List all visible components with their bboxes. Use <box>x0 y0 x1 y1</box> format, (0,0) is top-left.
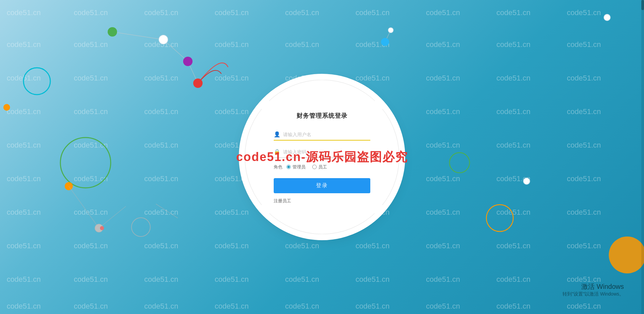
watermark-item: code51.cn <box>496 74 531 83</box>
svg-line-1 <box>163 40 188 61</box>
watermark-item: code51.cn <box>215 107 249 116</box>
watermark-item: code51.cn <box>144 208 178 217</box>
svg-point-3 <box>108 27 117 37</box>
svg-point-19 <box>131 218 150 237</box>
watermark-item: code51.cn <box>215 242 249 250</box>
watermark-item: code51.cn <box>215 208 249 217</box>
svg-point-5 <box>183 57 193 66</box>
watermark-item: code51.cn <box>74 40 108 49</box>
watermark-item: code51.cn <box>7 275 41 284</box>
watermark-item: code51.cn <box>215 74 249 83</box>
watermark-item: code51.cn <box>496 107 531 116</box>
svg-point-18 <box>95 224 103 232</box>
watermark-item: code51.cn <box>356 275 390 284</box>
watermark-item: code51.cn <box>567 74 601 83</box>
login-title: 财务管理系统登录 <box>274 112 370 120</box>
login-container: 财务管理系统登录 👤 🔒 角色 管理员 <box>245 80 399 234</box>
watermark-item: code51.cn <box>7 141 41 150</box>
watermark-item: code51.cn <box>144 302 178 311</box>
watermark-item: code51.cn <box>426 302 460 311</box>
watermark-item: code51.cn <box>567 174 601 183</box>
watermark-item: code51.cn <box>7 242 41 250</box>
windows-activation: 激活 Windows 转到"设置"以激活 Windows。 <box>562 282 624 297</box>
watermark-item: code51.cn <box>426 208 460 217</box>
watermark-item: code51.cn <box>215 302 249 311</box>
watermark-item: code51.cn <box>496 208 531 217</box>
watermark-item: code51.cn <box>144 174 178 183</box>
watermark-item: code51.cn <box>215 8 249 17</box>
watermark-item: code51.cn <box>74 302 108 311</box>
watermark-item: code51.cn <box>285 302 319 311</box>
watermark-item: code51.cn <box>426 74 460 83</box>
username-input[interactable] <box>283 129 370 140</box>
watermark-item: code51.cn <box>74 8 108 17</box>
svg-line-7 <box>385 30 391 42</box>
watermark-item: code51.cn <box>215 275 249 284</box>
username-group: 👤 <box>274 129 370 141</box>
watermark-item: code51.cn <box>7 174 41 183</box>
role-options: 管理员 员工 <box>286 164 327 170</box>
svg-point-10 <box>604 14 610 21</box>
role-staff-radio[interactable] <box>312 165 317 169</box>
svg-point-6 <box>193 78 203 88</box>
password-group: 🔒 <box>274 147 370 158</box>
watermark-item: code51.cn <box>567 208 601 217</box>
svg-point-14 <box>65 182 73 190</box>
svg-point-12 <box>3 104 10 111</box>
role-admin-radio[interactable] <box>286 165 291 169</box>
scrollbar-thumb[interactable] <box>641 0 644 10</box>
role-admin[interactable]: 管理员 <box>286 164 306 170</box>
watermark-item: code51.cn <box>74 242 108 250</box>
register-link[interactable]: 注册员工 <box>274 198 370 204</box>
watermark-item: code51.cn <box>74 174 108 183</box>
svg-point-4 <box>159 35 168 44</box>
svg-point-11 <box>23 68 50 95</box>
svg-line-15 <box>69 186 99 228</box>
svg-point-20 <box>100 226 104 230</box>
password-input[interactable] <box>283 147 370 157</box>
role-staff-label: 员工 <box>318 164 327 170</box>
watermark-item: code51.cn <box>144 141 178 150</box>
watermark-item: code51.cn <box>356 40 390 49</box>
watermark-item: code51.cn <box>7 107 41 116</box>
watermark-item: code51.cn <box>74 275 108 284</box>
watermark-item: code51.cn <box>567 275 601 284</box>
svg-point-23 <box>486 205 513 231</box>
login-card: 财务管理系统登录 👤 🔒 角色 管理员 <box>262 101 382 213</box>
watermark-item: code51.cn <box>496 8 531 17</box>
watermark-item: code51.cn <box>426 174 460 183</box>
watermark-item: code51.cn <box>496 242 531 250</box>
watermark-item: code51.cn <box>567 107 601 116</box>
role-admin-label: 管理员 <box>292 164 306 170</box>
svg-point-8 <box>381 38 389 46</box>
watermark-item: code51.cn <box>426 141 460 150</box>
scrollbar[interactable] <box>641 0 644 314</box>
svg-point-9 <box>388 28 393 33</box>
watermark-item: code51.cn <box>215 40 249 49</box>
svg-line-0 <box>112 32 163 40</box>
watermark-item: code51.cn <box>285 40 319 49</box>
svg-point-13 <box>60 138 111 188</box>
login-button[interactable]: 登录 <box>274 178 370 193</box>
role-label: 角色 <box>274 164 282 170</box>
role-staff[interactable]: 员工 <box>312 164 327 170</box>
watermark-item: code51.cn <box>7 74 41 83</box>
watermark-item: code51.cn <box>426 40 460 49</box>
watermark-item: code51.cn <box>7 40 41 49</box>
watermark-item: code51.cn <box>144 74 178 83</box>
svg-point-21 <box>449 153 470 173</box>
watermark-item: code51.cn <box>7 208 41 217</box>
watermark-item: code51.cn <box>567 302 601 311</box>
watermark-item: code51.cn <box>567 242 601 250</box>
watermark-item: code51.cn <box>285 242 319 250</box>
watermark-item: code51.cn <box>144 275 178 284</box>
watermark-item: code51.cn <box>567 40 601 49</box>
watermark-item: code51.cn <box>426 107 460 116</box>
watermark-item: code51.cn <box>496 141 531 150</box>
watermark-item: code51.cn <box>144 107 178 116</box>
gear-ring: 财务管理系统登录 👤 🔒 角色 管理员 <box>245 80 399 234</box>
watermark-item: code51.cn <box>144 40 178 49</box>
svg-line-16 <box>99 206 126 228</box>
watermark-item: code51.cn <box>7 8 41 17</box>
watermark-item: code51.cn <box>285 8 319 17</box>
